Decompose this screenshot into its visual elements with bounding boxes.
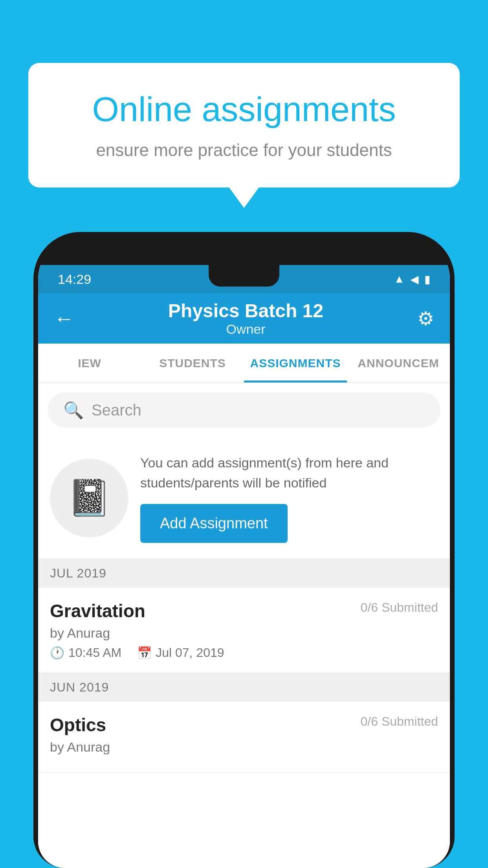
tab-students[interactable]: STUDENTS <box>141 344 244 383</box>
notch <box>209 265 279 287</box>
phone-frame: 14:29 ▲ ◀ ▮ ← Physics Batch 12 Owner ⚙ <box>33 232 455 868</box>
back-button[interactable]: ← <box>54 307 74 330</box>
assignment-item-gravitation[interactable]: Gravitation 0/6 Submitted by Anurag 🕐 10… <box>38 588 450 673</box>
add-assignment-description: You can add assignment(s) from here and … <box>140 453 438 493</box>
assignment-submitted-optics: 0/6 Submitted <box>361 714 438 729</box>
add-assignment-button[interactable]: Add Assignment <box>140 504 288 543</box>
app-bar-subtitle: Owner <box>168 322 323 337</box>
signal-icon: ◀ <box>410 273 419 286</box>
assignment-time-gravitation: 🕐 10:45 AM <box>50 645 121 660</box>
assignment-author-gravitation: by Anurag <box>50 625 438 641</box>
assignment-icon-circle: 📓 <box>50 459 128 537</box>
status-bar: 14:29 ▲ ◀ ▮ <box>38 265 450 293</box>
tab-assignments[interactable]: ASSIGNMENTS <box>244 344 347 383</box>
section-header-jun-2019: JUN 2019 <box>38 673 450 702</box>
assignment-item-optics[interactable]: Optics 0/6 Submitted by Anurag <box>38 702 450 772</box>
phone-inner: 14:29 ▲ ◀ ▮ ← Physics Batch 12 Owner ⚙ <box>38 237 450 868</box>
app-bar-title: Physics Batch 12 <box>168 300 323 322</box>
wifi-icon: ▲ <box>394 273 405 285</box>
battery-icon: ▮ <box>424 273 430 286</box>
search-icon: 🔍 <box>63 401 84 420</box>
assignment-item-top: Gravitation 0/6 Submitted <box>50 600 438 622</box>
assignment-title-gravitation: Gravitation <box>50 600 145 622</box>
assignment-meta-gravitation: 🕐 10:45 AM 📅 Jul 07, 2019 <box>50 645 438 660</box>
status-time: 14:29 <box>58 272 91 287</box>
clock-icon: 🕐 <box>50 646 64 660</box>
tab-announcements[interactable]: ANNOUNCEM <box>347 344 450 383</box>
assignment-author-optics: by Anurag <box>50 739 438 755</box>
calendar-icon: 📅 <box>137 646 152 660</box>
search-placeholder: Search <box>92 401 141 419</box>
status-icons: ▲ ◀ ▮ <box>394 273 430 286</box>
assignment-title-optics: Optics <box>50 714 106 736</box>
screen-content: 🔍 Search 📓 You can add assignment(s) fro… <box>38 383 450 868</box>
phone-screen: 14:29 ▲ ◀ ▮ ← Physics Batch 12 Owner ⚙ <box>38 265 450 868</box>
add-assignment-right: You can add assignment(s) from here and … <box>140 453 438 543</box>
assignment-item-top-optics: Optics 0/6 Submitted <box>50 714 438 736</box>
tab-iew[interactable]: IEW <box>38 344 141 383</box>
assignment-date-gravitation: 📅 Jul 07, 2019 <box>137 645 224 660</box>
speech-bubble-subtitle: ensure more practice for your students <box>60 140 428 160</box>
search-container: 🔍 Search <box>38 383 450 437</box>
add-assignment-section: 📓 You can add assignment(s) from here an… <box>38 437 450 559</box>
notebook-icon: 📓 <box>67 477 111 519</box>
app-bar-title-group: Physics Batch 12 Owner <box>168 300 323 337</box>
speech-bubble-title: Online assignments <box>60 90 428 129</box>
speech-bubble-container: Online assignments ensure more practice … <box>28 63 460 188</box>
search-bar[interactable]: 🔍 Search <box>48 392 440 428</box>
section-header-jul-2019: JUL 2019 <box>38 559 450 588</box>
tab-bar: IEW STUDENTS ASSIGNMENTS ANNOUNCEM <box>38 344 450 383</box>
settings-icon[interactable]: ⚙ <box>417 307 434 329</box>
speech-bubble: Online assignments ensure more practice … <box>28 63 460 188</box>
app-bar: ← Physics Batch 12 Owner ⚙ <box>38 293 450 344</box>
assignment-submitted-gravitation: 0/6 Submitted <box>361 600 438 615</box>
